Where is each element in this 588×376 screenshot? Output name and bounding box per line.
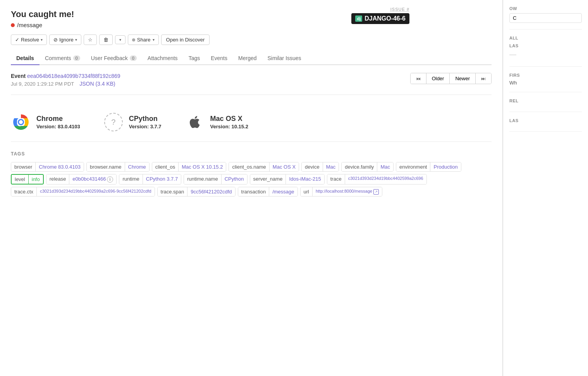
issue-title: You caught me!: [11, 9, 492, 19]
tab-comments-badge: 0: [73, 55, 80, 61]
platform-chrome: Chrome Version: 83.0.4103: [11, 112, 80, 132]
ext-icon-url[interactable]: ↗: [373, 189, 379, 195]
event-label: Event: [11, 73, 26, 79]
dash1: —: [509, 50, 582, 59]
tag-value-environment[interactable]: Production: [430, 162, 461, 171]
resolve-button[interactable]: ✓ Resolve ▾: [11, 34, 47, 45]
tag-key-transaction: transaction: [238, 187, 270, 196]
tag-value-runtime.name[interactable]: CPython: [222, 174, 247, 184]
tab-user-feedback[interactable]: User Feedback 0: [86, 52, 142, 65]
tab-tags[interactable]: Tags: [183, 52, 206, 65]
cpython-version: Version: 3.7.7: [129, 124, 162, 129]
tab-details[interactable]: Details: [11, 52, 40, 65]
check-icon: ✓: [15, 37, 19, 43]
chrome-info: Chrome Version: 83.0.4103: [36, 115, 80, 129]
right-panel: Ow All LAS — FIRS Wh Rel LAS: [503, 0, 588, 376]
tab-comments[interactable]: Comments 0: [40, 52, 86, 65]
tag-value-browser.name[interactable]: Chrome: [125, 162, 149, 171]
trash-icon: 🗑: [103, 37, 108, 43]
tag-pair-browser: browserChrome 83.0.4103: [11, 162, 84, 172]
ignore-label: Ignore: [59, 37, 74, 43]
issue-path: /message: [11, 22, 492, 28]
delete-button[interactable]: 🗑: [99, 34, 113, 45]
ignore-button[interactable]: ⊘ Ignore ▾: [49, 34, 81, 45]
nav-first-button[interactable]: ⏮: [411, 73, 426, 84]
tag-value-runtime[interactable]: CPython 3.7.7: [143, 174, 181, 184]
first-label: FIRS: [509, 73, 582, 78]
tab-merged[interactable]: Merged: [233, 52, 262, 65]
resolve-chevron: ▾: [41, 38, 43, 42]
tag-key-client_os: client_os: [152, 162, 179, 171]
info-icon-release[interactable]: ℹ: [107, 176, 113, 183]
rel-label: Rel: [509, 98, 582, 103]
tab-merged-label: Merged: [238, 55, 256, 61]
cpython-icon-wrapper: ?: [103, 112, 124, 132]
tag-value-device.family[interactable]: Mac: [377, 162, 393, 171]
tag-value-server_name[interactable]: Idos-iMac-215: [286, 174, 324, 184]
tag-value-transaction[interactable]: /message: [269, 187, 297, 196]
tag-value-trace.span[interactable]: 9cc56f421202cdfd: [187, 187, 235, 196]
nav-newer-button[interactable]: Newer: [450, 73, 476, 84]
tab-details-label: Details: [16, 55, 34, 61]
tags-section: TAGS browserChrome 83.0.4103browser.name…: [11, 151, 492, 197]
tag-key-browser.name: browser.name: [87, 162, 125, 171]
tag-pair-trace.span: trace.span9cc56f421202cdfd: [157, 187, 236, 197]
tab-attachments[interactable]: Attachments: [142, 52, 183, 65]
tag-pair-server_name: server_nameIdos-iMac-215: [250, 174, 325, 185]
chrome-name: Chrome: [36, 115, 80, 123]
tab-similar-issues[interactable]: Similar Issues: [262, 52, 306, 65]
cpython-info: CPython Version: 3.7.7: [129, 115, 162, 129]
tag-value-level[interactable]: info: [29, 175, 43, 184]
event-meta: Jul 9, 2020 1:29:12 PM PDT JSON (3.4 KB): [11, 81, 410, 87]
tags-grid: browserChrome 83.0.4103browser.nameChrom…: [11, 162, 492, 197]
chrome-version: Version: 83.0.4103: [36, 124, 80, 129]
tag-value-url[interactable]: http://localhost:8000/message↗: [313, 187, 382, 196]
first-text: Wh: [509, 80, 582, 86]
event-id-row: Event eea064b618ea4099b7334f88f192c869: [11, 73, 410, 79]
platform-cpython: ? CPython Version: 3.7.7: [103, 112, 162, 132]
chrome-icon: [11, 112, 31, 132]
tag-value-trace[interactable]: c3021d393d234d19bbc4402599a2c696: [345, 174, 426, 184]
tag-value-browser[interactable]: Chrome 83.0.4103: [36, 162, 84, 171]
chrome-version-label: Version:: [36, 124, 58, 129]
tag-pair-level: levelinfo: [11, 174, 44, 185]
tag-key-url: url: [301, 187, 313, 196]
tag-value-client_os.name[interactable]: Mac OS X: [270, 162, 299, 171]
nav-newer-label: Newer: [455, 76, 470, 81]
share-dot: [132, 38, 135, 41]
share-button[interactable]: Share ▾: [128, 34, 159, 45]
platform-section: Chrome Version: 83.0.4103 ? CPython Vers…: [11, 104, 492, 142]
tag-pair-browser.name: browser.nameChrome: [86, 162, 150, 172]
tag-key-server_name: server_name: [250, 174, 286, 184]
tab-events[interactable]: Events: [205, 52, 233, 65]
right-panel-all: All LAS —: [509, 36, 582, 67]
chrome-version-value: 83.0.4103: [58, 124, 80, 129]
tag-pair-transaction: transaction/message: [238, 187, 298, 197]
tabs-nav: Details Comments 0 User Feedback 0 Attac…: [11, 52, 492, 65]
nav-first-icon: ⏮: [416, 76, 421, 81]
open-discover-button[interactable]: Open in Discover: [161, 34, 210, 45]
share-chevron: ▾: [153, 38, 155, 42]
bookmark-button[interactable]: ☆: [84, 34, 97, 45]
event-id-link[interactable]: eea064b618ea4099b7334f88f192c869: [27, 73, 120, 79]
owner-label: Ow: [509, 6, 582, 11]
tag-pair-runtime.name: runtime.nameCPython: [184, 174, 247, 185]
nav-older-button[interactable]: Older: [426, 73, 450, 84]
tag-key-runtime: runtime: [119, 174, 143, 184]
tag-value-client_os[interactable]: Mac OS X 10.15.2: [179, 162, 226, 171]
right-panel-rel: Rel: [509, 98, 582, 112]
event-header: Event eea064b618ea4099b7334f88f192c869 J…: [11, 73, 492, 87]
tag-value-device[interactable]: Mac: [323, 162, 339, 171]
assign-input[interactable]: [509, 13, 582, 23]
json-link[interactable]: JSON (3.4 KB): [79, 81, 115, 87]
tag-value-trace.ctx[interactable]: c3021d393d234d19bbc4402599a2c696-9cc56f4…: [37, 187, 154, 196]
tag-pair-device: deviceMac: [301, 162, 339, 172]
nav-last-button[interactable]: ⏭: [476, 73, 491, 84]
tag-pair-release: releasee0b0bc431466ℹ: [46, 174, 117, 185]
tag-key-device.family: device.family: [342, 162, 377, 171]
issue-badge-wrapper: ISSUE # dj DJANGO-46-6: [351, 7, 409, 24]
more-chevron: ▾: [119, 38, 121, 42]
tag-value-release[interactable]: e0b0bc431466ℹ: [69, 174, 116, 184]
issue-id-badge: dj DJANGO-46-6: [351, 13, 409, 24]
more-button[interactable]: ▾: [115, 35, 126, 44]
